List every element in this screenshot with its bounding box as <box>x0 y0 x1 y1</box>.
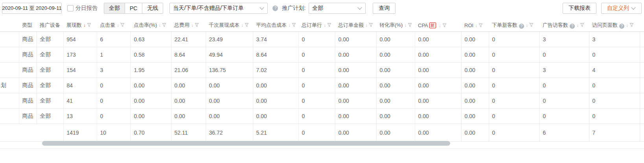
filter-icon[interactable] <box>87 23 91 27</box>
table-cell: 0 <box>298 32 335 47</box>
filter-icon[interactable] <box>478 23 483 28</box>
table-cell: 0.00 <box>415 93 461 109</box>
table-cell: 0.00 <box>461 47 489 63</box>
filter-icon[interactable] <box>580 23 584 27</box>
sort-icon[interactable]: ↓ <box>526 22 528 28</box>
table-cell <box>0 93 19 109</box>
table-cell: 0 <box>489 47 539 63</box>
table-row[interactable]: 商品全部4100.000.000.000.0000.000.000.000.00… <box>0 93 644 109</box>
sort-icon[interactable]: ↓ <box>117 22 119 28</box>
column-label: ROI <box>464 22 473 28</box>
column-label: 广告访客数 <box>543 22 568 28</box>
table-cell: 0.00 <box>376 109 415 124</box>
table-cell: 0.00 <box>461 124 489 142</box>
sort-icon[interactable]: ↓ <box>576 22 579 28</box>
column-header[interactable]: 展现数↓ <box>63 19 97 32</box>
query-button[interactable]: 查询 <box>373 3 396 14</box>
filter-icon[interactable] <box>162 23 166 27</box>
daily-report-label: 分日报告 <box>75 5 98 12</box>
table-cell <box>0 124 63 142</box>
filter-icon[interactable] <box>442 23 447 28</box>
column-header[interactable]: 平均点击成本↓ <box>253 19 298 32</box>
filter-icon[interactable] <box>292 23 296 27</box>
table-cell: 21.06 <box>171 63 206 78</box>
sort-icon[interactable]: ↓ <box>365 22 368 28</box>
divider <box>0 148 644 149</box>
table-cell: 商品 <box>19 63 37 78</box>
device-tab-pc[interactable]: PC <box>125 3 142 14</box>
filter-icon[interactable] <box>120 23 125 27</box>
table-cell: 3 <box>539 32 589 47</box>
filter-icon[interactable] <box>327 23 331 27</box>
help-icon[interactable]: ? <box>619 24 624 29</box>
table-row[interactable]: 商品全部95460.6322.4123.493.7400.000.000.000… <box>0 32 644 47</box>
device-tab-all[interactable]: 全部 <box>104 3 125 14</box>
campaign-select[interactable]: 全部 <box>309 3 366 14</box>
column-label: 点击率(%) <box>134 22 157 28</box>
table-cell: 商品 <box>19 47 37 63</box>
filter-icon[interactable] <box>195 23 199 27</box>
device-tab-wireless[interactable]: 无线 <box>142 3 163 14</box>
help-icon[interactable]: ? <box>519 24 524 29</box>
column-header[interactable]: ROI↓ <box>461 19 489 32</box>
sort-icon[interactable]: ↓ <box>404 22 407 28</box>
help-icon[interactable]: ? <box>272 6 278 11</box>
table-cell: 0.00 <box>461 109 489 124</box>
table-cell <box>640 93 644 109</box>
table-row[interactable]: 商品全部17310.588.6449.948.6400.000.000.000.… <box>0 47 644 63</box>
sort-icon[interactable]: ↓ <box>158 22 161 28</box>
order-type-select[interactable]: 当天/下单/不含赠品/下单订单 <box>169 3 268 14</box>
table-cell: 0 <box>97 93 131 109</box>
sort-icon[interactable]: ↓ <box>241 22 243 28</box>
filter-icon[interactable] <box>245 23 249 27</box>
table-cell: 商品 <box>19 78 37 93</box>
column-label: 总订单金额 <box>338 22 364 28</box>
filter-icon[interactable] <box>629 23 634 27</box>
column-header[interactable]: 千次展现成本↓ <box>206 19 253 32</box>
column-label: 推广设备 <box>40 22 60 28</box>
column-header[interactable]: 访问页面数?↓ <box>589 19 640 32</box>
help-icon[interactable]: ? <box>570 24 575 29</box>
table-cell: 0.00 <box>376 47 415 63</box>
table-cell: 全部 <box>37 93 63 109</box>
horizontal-scrollbar-thumb[interactable] <box>42 141 450 146</box>
column-header[interactable]: 点击率(%)↓ <box>131 19 171 32</box>
filter-icon[interactable] <box>369 23 373 27</box>
filter-icon[interactable] <box>529 23 534 27</box>
sort-icon[interactable]: ↓ <box>475 23 477 28</box>
sort-icon[interactable]: ↓ <box>288 22 291 28</box>
sort-icon[interactable]: ↓ <box>324 22 326 28</box>
download-report-button[interactable]: 下载报表 <box>563 3 596 14</box>
table-cell: 0.00 <box>376 63 415 78</box>
table-row[interactable]: 商品全部1300.000.000.000.0000.000.000.000.00… <box>0 109 644 124</box>
sort-icon[interactable]: ↓ <box>191 22 193 28</box>
table-row[interactable]: 划商品全部8400.000.000.000.0000.000.000.000.0… <box>0 78 644 93</box>
column-header[interactable]: 广告访客数?↓ <box>539 19 589 32</box>
column-header[interactable]: 点击量↓ <box>97 19 131 32</box>
column-header[interactable]: 转化率(%)↓ <box>376 19 415 32</box>
column-label: 平均点击成本 <box>256 22 287 28</box>
column-header[interactable]: 总订单行↓ <box>298 19 335 32</box>
sort-icon[interactable]: ↓ <box>626 22 628 28</box>
chevron-down-icon <box>260 5 264 9</box>
device-segment: 全部 PC 无线 <box>104 3 163 14</box>
table-cell: 3 <box>539 63 589 78</box>
column-header[interactable]: 总订单金额↓ <box>335 19 376 32</box>
table-cell: 0.00 <box>415 47 461 63</box>
column-header[interactable]: 总费用↓ <box>171 19 206 32</box>
table-row[interactable]: 商品全部15431.9521.06136.757.0200.000.000.00… <box>0 63 644 78</box>
table-cell: 0.00 <box>131 93 171 109</box>
sort-icon[interactable]: ↓ <box>439 23 441 28</box>
sort-icon[interactable]: ↓ <box>83 22 86 28</box>
table-cell: 0.00 <box>415 32 461 47</box>
date-range-input[interactable]: 2020-09-11 至 2020-09-11 <box>2 3 62 14</box>
horizontal-scrollbar-track[interactable] <box>0 141 644 146</box>
daily-report-option[interactable]: 分日报告 <box>67 5 98 12</box>
filter-icon[interactable] <box>408 23 412 27</box>
column-header[interactable]: 下单新客数?↓ <box>489 19 539 32</box>
table-cell: 3 <box>97 63 131 78</box>
customize-columns-button[interactable]: 自定义列 <box>601 3 642 14</box>
column-header[interactable]: CPA新↓ <box>415 19 461 32</box>
daily-report-checkbox[interactable] <box>67 5 74 11</box>
table-cell: 0.00 <box>335 47 376 63</box>
